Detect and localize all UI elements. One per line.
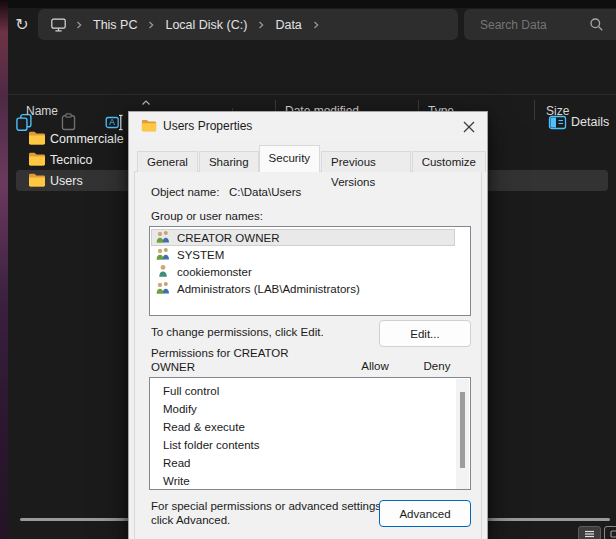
permissions-list[interactable]: Full control Modify Read & execute List …	[149, 377, 471, 490]
file-name: Users	[50, 174, 83, 188]
column-separator[interactable]	[534, 100, 535, 120]
permission-row-read-execute[interactable]: Read & execute	[163, 418, 245, 436]
principal-name: SYSTEM	[177, 249, 224, 261]
permission-row-special-permissions[interactable]: Special permissions	[163, 486, 265, 490]
refresh-button[interactable]: ↻	[12, 15, 32, 35]
dialog-title: Users Properties	[163, 119, 252, 133]
tab-general[interactable]: General	[137, 151, 198, 172]
dialog-tabs: General Sharing Security Previous Versio…	[137, 145, 487, 172]
users-properties-dialog: Users Properties General Sharing Securit…	[128, 111, 488, 539]
breadcrumb-item-this-pc[interactable]: This PC	[85, 15, 145, 35]
file-name: Commerciale	[50, 132, 124, 146]
folder-icon	[28, 152, 46, 169]
permissions-for-label: Permissions for CREATOR OWNER	[151, 346, 301, 374]
folder-icon	[28, 173, 46, 190]
advanced-hint-text: For special permissions or advanced sett…	[151, 499, 389, 527]
tab-security[interactable]: Security	[259, 145, 321, 172]
tab-previous-versions[interactable]: Previous Versions	[321, 151, 411, 172]
user-icon	[155, 264, 171, 279]
breadcrumb-chevron-icon[interactable]	[257, 20, 265, 30]
object-name-label: Object name:	[151, 186, 219, 198]
dialog-titlebar[interactable]: Users Properties	[129, 112, 487, 140]
group-icon	[155, 247, 171, 262]
principal-name: Administrators (LAB\Administrators)	[177, 283, 360, 295]
permission-row-list-folder-contents[interactable]: List folder contents	[163, 436, 260, 454]
refresh-icon: ↻	[15, 17, 28, 33]
folder-icon	[28, 131, 46, 148]
this-pc-icon[interactable]	[44, 14, 73, 36]
principal-row-system[interactable]: SYSTEM	[151, 246, 455, 263]
group-icon	[155, 230, 171, 245]
close-button[interactable]	[460, 118, 478, 136]
search-box[interactable]	[464, 9, 616, 40]
icons-view-toggle-button[interactable]	[604, 526, 616, 539]
tab-customize[interactable]: Customize	[412, 151, 486, 172]
column-header-size[interactable]: Size	[546, 104, 569, 118]
close-icon	[463, 121, 475, 133]
file-name: Tecnico	[50, 153, 92, 167]
breadcrumb-item-local-disk-c[interactable]: Local Disk (C:)	[157, 15, 255, 35]
details-view-icon	[584, 530, 595, 538]
group-user-names-label: Group or user names:	[151, 210, 263, 222]
advanced-button-label: Advanced	[399, 508, 450, 520]
breadcrumb: This PC Local Disk (C:) Data	[38, 9, 458, 40]
allow-column-label: Allow	[353, 360, 397, 372]
group-user-list[interactable]: CREATOR OWNER SYSTEM	[149, 226, 471, 316]
toolbar: A	[8, 48, 616, 95]
breadcrumb-item-data[interactable]: Data	[267, 15, 309, 35]
breadcrumb-chevron-icon[interactable]	[147, 20, 155, 30]
sort-ascending-icon	[141, 95, 151, 109]
principal-row-creator-owner[interactable]: CREATOR OWNER	[151, 229, 455, 246]
principal-name: CREATOR OWNER	[177, 232, 279, 244]
edit-button[interactable]: Edit...	[379, 320, 471, 347]
window-top-edge	[8, 0, 616, 8]
principal-row-cookiemonster[interactable]: cookiemonster	[151, 263, 455, 280]
permission-row-full-control[interactable]: Full control	[163, 382, 219, 400]
permissions-scrollbar[interactable]	[456, 379, 469, 490]
advanced-button[interactable]: Advanced	[379, 500, 471, 527]
permission-row-modify[interactable]: Modify	[163, 400, 197, 418]
permission-row-read[interactable]: Read	[163, 454, 191, 472]
edit-hint-text: To change permissions, click Edit.	[151, 326, 324, 338]
breadcrumb-chevron-icon[interactable]	[75, 20, 83, 30]
object-name-value: C:\Data\Users	[229, 186, 301, 198]
principal-row-administrators[interactable]: Administrators (LAB\Administrators)	[151, 280, 455, 297]
folder-icon	[141, 119, 157, 134]
icons-view-icon	[610, 530, 616, 538]
group-icon	[155, 281, 171, 296]
screen: ↻ This PC Local Disk (C:) Data	[0, 0, 616, 539]
details-view-toggle-button[interactable]	[578, 526, 601, 539]
search-icon[interactable]	[589, 17, 604, 36]
edit-button-label: Edit...	[410, 328, 439, 340]
search-input[interactable]	[478, 17, 582, 33]
deny-column-label: Deny	[415, 360, 459, 372]
column-header-name[interactable]: Name	[26, 104, 58, 118]
desktop-background-strip	[0, 0, 8, 539]
principal-name: cookiemonster	[177, 266, 252, 278]
monitor-icon	[50, 17, 67, 33]
breadcrumb-chevron-icon[interactable]	[312, 20, 320, 30]
tab-sharing[interactable]: Sharing	[199, 151, 259, 172]
scrollbar-thumb[interactable]	[460, 392, 465, 468]
